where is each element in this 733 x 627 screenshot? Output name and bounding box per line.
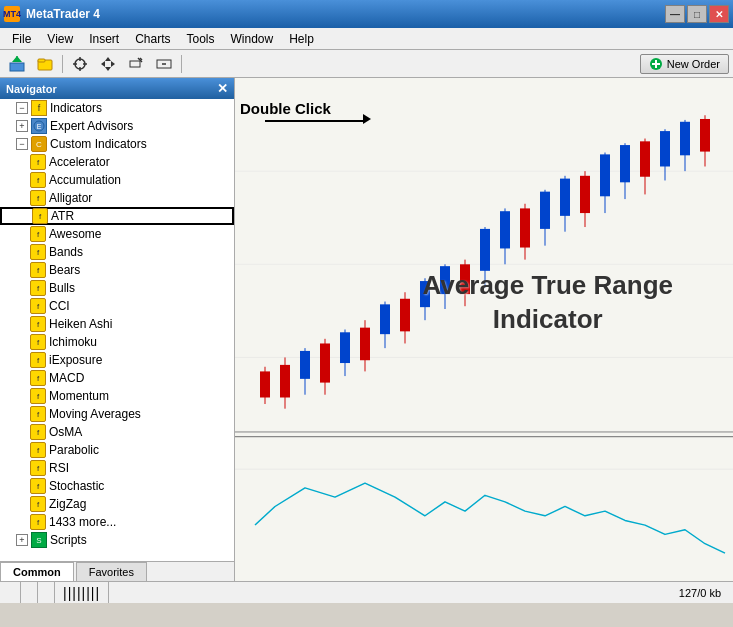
menu-charts[interactable]: Charts — [127, 30, 178, 48]
osma-icon: f — [30, 424, 46, 440]
bears-label: Bears — [49, 263, 80, 277]
macd-icon: f — [30, 370, 46, 386]
cci-label: CCI — [49, 299, 70, 313]
navigator-tree[interactable]: − f Indicators + E Expert Advisors − C C… — [0, 99, 234, 561]
tree-item-scripts[interactable]: + S Scripts — [0, 531, 234, 549]
tree-item-zigzag[interactable]: f ZigZag — [0, 495, 234, 513]
tree-item-accumulation[interactable]: f Accumulation — [0, 171, 234, 189]
bands-icon: f — [30, 244, 46, 260]
maximize-button[interactable]: □ — [687, 5, 707, 23]
tree-item-heiken-ashi[interactable]: f Heiken Ashi — [0, 315, 234, 333]
navigator-tabs: Common Favorites — [0, 561, 234, 581]
indicators-label: Indicators — [50, 101, 102, 115]
menu-tools[interactable]: Tools — [179, 30, 223, 48]
menu-view[interactable]: View — [39, 30, 81, 48]
navigator-title: Navigator — [6, 83, 57, 95]
tree-item-awesome[interactable]: f Awesome — [0, 225, 234, 243]
tree-item-parabolic[interactable]: f Parabolic — [0, 441, 234, 459]
tree-item-accelerator[interactable]: f Accelerator — [0, 153, 234, 171]
scripts-label: Scripts — [50, 533, 87, 547]
new-order-button[interactable]: New Order — [640, 54, 729, 74]
svg-text:S: S — [36, 536, 41, 545]
svg-rect-36 — [260, 371, 270, 397]
custom-icon: C — [31, 136, 47, 152]
menu-file[interactable]: File — [4, 30, 39, 48]
expand-scripts-icon[interactable]: + — [16, 534, 28, 546]
rsi-label: RSI — [49, 461, 69, 475]
alligator-label: Alligator — [49, 191, 92, 205]
moving-averages-label: Moving Averages — [49, 407, 141, 421]
momentum-icon: f — [30, 388, 46, 404]
tree-item-atr[interactable]: f ATR — [0, 207, 234, 225]
svg-rect-76 — [660, 131, 670, 166]
expand-indicators-icon[interactable]: − — [16, 102, 28, 114]
toolbar-move[interactable] — [95, 53, 121, 75]
menu-bar: File View Insert Charts Tools Window Hel… — [0, 28, 733, 50]
status-bar: |||||||| 127/0 kb — [0, 581, 733, 603]
tree-item-moving-averages[interactable]: f Moving Averages — [0, 405, 234, 423]
macd-label: MACD — [49, 371, 84, 385]
window-controls[interactable]: — □ ✕ — [665, 5, 729, 23]
bulls-icon: f — [30, 280, 46, 296]
close-button[interactable]: ✕ — [709, 5, 729, 23]
stochastic-label: Stochastic — [49, 479, 104, 493]
tab-common[interactable]: Common — [0, 562, 74, 581]
atr-icon: f — [32, 208, 48, 224]
toolbar: New Order — [0, 50, 733, 78]
toolbar-open[interactable] — [32, 53, 58, 75]
tree-item-osma[interactable]: f OsMA — [0, 423, 234, 441]
bulls-label: Bulls — [49, 281, 75, 295]
more-label: 1433 more... — [49, 515, 116, 529]
tree-item-bulls[interactable]: f Bulls — [0, 279, 234, 297]
annotation-box: Double Click — [240, 100, 331, 117]
tree-item-expert-advisors[interactable]: + E Expert Advisors — [0, 117, 234, 135]
tree-item-alligator[interactable]: f Alligator — [0, 189, 234, 207]
minimize-button[interactable]: — — [665, 5, 685, 23]
tree-item-bears[interactable]: f Bears — [0, 261, 234, 279]
svg-rect-4 — [38, 59, 45, 62]
accelerator-label: Accelerator — [49, 155, 110, 169]
tree-item-indicators[interactable]: − f Indicators — [0, 99, 234, 117]
heiken-ashi-label: Heiken Ashi — [49, 317, 112, 331]
tree-item-cci[interactable]: f CCI — [0, 297, 234, 315]
tree-item-stochastic[interactable]: f Stochastic — [0, 477, 234, 495]
svg-marker-11 — [105, 67, 111, 71]
svg-text:E: E — [37, 123, 42, 130]
toolbar-crosshair[interactable] — [67, 53, 93, 75]
status-segment-1 — [4, 582, 21, 603]
tree-item-rsi[interactable]: f RSI — [0, 459, 234, 477]
tree-item-custom-indicators[interactable]: − C Custom Indicators — [0, 135, 234, 153]
navigator-close-button[interactable]: ✕ — [217, 81, 228, 96]
navigator-header: Navigator ✕ — [0, 78, 234, 99]
ichimoku-label: Ichimoku — [49, 335, 97, 349]
svg-marker-12 — [101, 61, 105, 67]
tree-item-bands[interactable]: f Bands — [0, 243, 234, 261]
tree-item-more[interactable]: f 1433 more... — [0, 513, 234, 531]
ichimoku-icon: f — [30, 334, 46, 350]
svg-rect-64 — [540, 192, 550, 229]
menu-insert[interactable]: Insert — [81, 30, 127, 48]
tree-item-ichimoku[interactable]: f Ichimoku — [0, 333, 234, 351]
expand-custom-icon[interactable]: − — [16, 138, 28, 150]
toolbar-separator-2 — [181, 55, 182, 73]
menu-window[interactable]: Window — [223, 30, 282, 48]
toolbar-zoom-in[interactable] — [123, 53, 149, 75]
svg-rect-66 — [560, 179, 570, 216]
expand-ea-icon[interactable]: + — [16, 120, 28, 132]
toolbar-new-chart[interactable] — [4, 53, 30, 75]
svg-rect-44 — [340, 332, 350, 363]
heiken-ashi-icon: f — [30, 316, 46, 332]
toolbar-zoom-out[interactable] — [151, 53, 177, 75]
tree-item-momentum[interactable]: f Momentum — [0, 387, 234, 405]
tree-item-macd[interactable]: f MACD — [0, 369, 234, 387]
svg-rect-78 — [680, 122, 690, 156]
svg-rect-68 — [580, 176, 590, 213]
tree-item-iexposure[interactable]: f iExposure — [0, 351, 234, 369]
svg-text:C: C — [36, 140, 42, 149]
svg-rect-14 — [130, 61, 140, 67]
tab-favorites[interactable]: Favorites — [76, 562, 147, 581]
bears-icon: f — [30, 262, 46, 278]
toolbar-separator-1 — [62, 55, 63, 73]
menu-help[interactable]: Help — [281, 30, 322, 48]
chart-area[interactable]: Double Click Average True Range Indicato… — [235, 78, 733, 581]
